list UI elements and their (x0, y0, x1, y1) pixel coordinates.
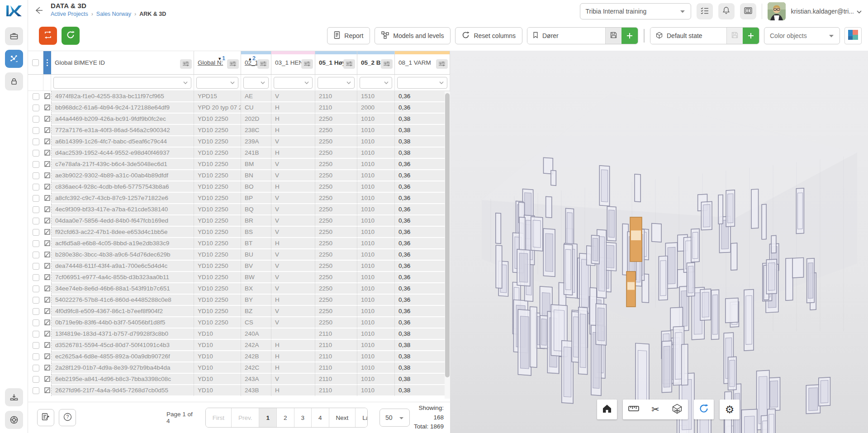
cell[interactable]: 2110 (315, 362, 357, 374)
cell[interactable]: 0,38 (395, 351, 450, 362)
cell[interactable]: H (271, 340, 315, 351)
cell[interactable]: BR (241, 215, 271, 227)
row-edit-button[interactable] (44, 252, 51, 259)
cell[interactable]: 0,38 (395, 125, 450, 136)
cell[interactable]: 2000 (357, 102, 395, 114)
cell[interactable]: 0,38 (395, 362, 450, 374)
cell[interactable]: YD10 2250 (194, 170, 241, 181)
row-edit-button[interactable] (44, 195, 51, 202)
cell[interactable]: acf6d5a8-e6b8-4c05-8bbd-a19e2db383c9 (51, 238, 194, 249)
sidebar-item-projects[interactable] (5, 27, 23, 45)
row-edit-button[interactable] (44, 353, 51, 361)
cell[interactable]: 34ee74eb-8e6d-46b6-88a1-543f91b7c651 (51, 283, 194, 295)
cell[interactable]: 240A (241, 328, 271, 340)
cell[interactable]: 772a7176-e31a-40f3-86ad-546a2c900342 (51, 125, 194, 136)
filter-select-0[interactable] (53, 77, 191, 89)
row-edit-button[interactable] (44, 331, 51, 338)
page-button-next[interactable]: Next (329, 408, 356, 427)
cell[interactable]: 2250 (315, 148, 357, 159)
cell[interactable]: 0,36 (395, 181, 450, 193)
cell[interactable]: YD10 2250 (194, 114, 241, 125)
column-header-3[interactable]: 03_1 HENG (271, 51, 315, 74)
cell[interactable]: YD10 2250 (194, 295, 241, 306)
cell[interactable]: 1010 (357, 249, 395, 261)
cell[interactable]: BQ (241, 204, 271, 215)
row-checkbox[interactable] (33, 308, 39, 315)
row-edit-button[interactable] (44, 127, 51, 134)
cell[interactable]: 54022276-57b8-41c6-860d-e4485288c0e8 (51, 295, 194, 306)
cell[interactable]: H (271, 351, 315, 362)
row-checkbox[interactable] (33, 240, 39, 247)
cell[interactable]: c836aec4-928c-4cdb-bfe6-57757543b8a6 (51, 181, 194, 193)
tasks-button[interactable] (697, 3, 713, 19)
cell[interactable]: V (271, 317, 315, 328)
row-checkbox[interactable] (33, 274, 39, 281)
cell[interactable]: 1010 (357, 351, 395, 362)
cell[interactable]: 0,36 (395, 238, 450, 249)
cell[interactable]: 0b719e9b-83f6-44b0-b3f7-54056bf1d8f5 (51, 317, 194, 328)
cell[interactable]: YD10 2250 (194, 125, 241, 136)
row-edit-button[interactable] (44, 342, 51, 349)
cell[interactable]: YD10 2250 (194, 159, 241, 170)
row-edit-button[interactable] (44, 229, 51, 236)
cell[interactable]: YPD 20 typ 07 2 (194, 102, 241, 114)
column-header-6[interactable]: 08_1 VARM (395, 51, 450, 74)
cell[interactable]: 1010 (357, 374, 395, 385)
cell[interactable]: H (271, 238, 315, 249)
cell[interactable]: CS (241, 317, 271, 328)
cell[interactable]: YD10 2250 (194, 136, 241, 148)
cell[interactable]: 243A (241, 374, 271, 385)
row-checkbox[interactable] (33, 161, 39, 168)
cell[interactable]: 0,36 (395, 306, 450, 317)
row-checkbox[interactable] (33, 285, 39, 292)
cell[interactable]: 1010 (357, 227, 395, 238)
cell[interactable]: V (271, 283, 315, 295)
cell[interactable]: 0,36 (395, 261, 450, 272)
cell[interactable]: 2250 (315, 238, 357, 249)
cell[interactable]: 1010 (357, 362, 395, 374)
cell[interactable]: BM (241, 159, 271, 170)
row-edit-button[interactable] (44, 319, 51, 327)
cell[interactable]: 2110 (315, 102, 357, 114)
cell[interactable]: 13f4819e-183d-4371-b757-d79928f3c8b0 (51, 328, 194, 340)
swap-layout-button[interactable] (39, 27, 57, 45)
column-header-2[interactable]: 02_1 N▲2 (241, 51, 271, 74)
cell[interactable]: 2250 (315, 125, 357, 136)
user-menu[interactable]: kristian.kaldager@tri... (791, 8, 862, 15)
row-edit-button[interactable] (44, 285, 51, 293)
cell[interactable]: 1010 (357, 295, 395, 306)
cell[interactable]: YD10 (194, 385, 241, 396)
cell[interactable]: 0,36 (395, 204, 450, 215)
cell[interactable]: 2250 (315, 295, 357, 306)
cell[interactable]: 2250 (315, 215, 357, 227)
cell[interactable]: f92cfd63-ac22-47b1-8dee-e653d4c1bb5e (51, 227, 194, 238)
panels-button[interactable] (740, 3, 756, 19)
back-button[interactable] (33, 5, 43, 15)
filter-select-4[interactable] (318, 77, 355, 89)
cell[interactable]: YD10 2250 (194, 238, 241, 249)
cell[interactable] (271, 328, 315, 340)
sidebar-item-permissions[interactable] (5, 72, 23, 90)
row-edit-button[interactable] (44, 184, 51, 191)
cell[interactable]: 1010 (357, 181, 395, 193)
row-checkbox[interactable] (33, 365, 39, 371)
cell[interactable]: V (271, 91, 315, 102)
cell[interactable]: 2250 (315, 181, 357, 193)
row-edit-button[interactable] (44, 206, 51, 214)
column-header-0[interactable]: Global BIMEYE ID (51, 51, 194, 74)
cell[interactable]: 2250 (315, 159, 357, 170)
cell[interactable]: 2250 (315, 283, 357, 295)
row-edit-button[interactable] (44, 172, 51, 180)
column-header-5[interactable]: 05_2 Bre (357, 51, 395, 74)
cell[interactable]: YD10 (194, 362, 241, 374)
cell[interactable]: 0,36 (395, 215, 450, 227)
sidebar-item-support[interactable] (5, 411, 23, 429)
row-edit-button[interactable] (44, 218, 51, 225)
cell[interactable]: 2110 (315, 91, 357, 102)
page-button-3[interactable]: 3 (294, 408, 312, 427)
cell[interactable]: YD10 2250 (194, 215, 241, 227)
cell[interactable]: d4ac2539-1952-4c44-9552-e98d40f46937 (51, 148, 194, 159)
cell[interactable]: YD10 2250 (194, 306, 241, 317)
column-filter-button[interactable] (381, 59, 393, 69)
row-checkbox[interactable] (33, 150, 39, 157)
